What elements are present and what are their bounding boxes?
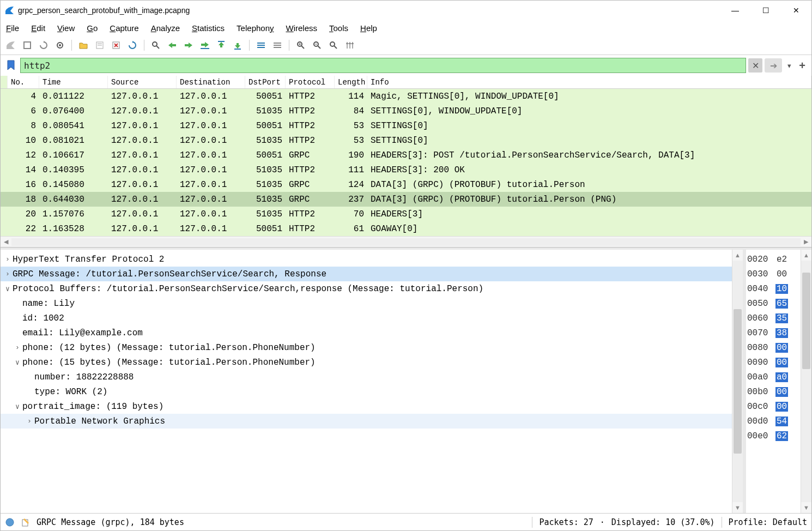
menu-help[interactable]: Help: [360, 23, 377, 33]
hex-row[interactable]: 00b000: [747, 384, 799, 399]
menu-analyze[interactable]: Analyze: [151, 23, 180, 33]
open-file-icon[interactable]: [76, 38, 90, 52]
col-header-destination[interactable]: Destination: [177, 76, 245, 88]
go-forward-icon[interactable]: [181, 38, 196, 52]
detail-row[interactable]: ›HyperText Transfer Protocol 2: [1, 252, 732, 267]
packet-row[interactable]: 60.076400127.0.0.1127.0.0.151035HTTP284S…: [1, 104, 811, 118]
auto-scroll-icon[interactable]: [254, 38, 268, 52]
hex-row[interactable]: 00c000: [747, 399, 799, 414]
col-header-no[interactable]: No.: [8, 76, 39, 88]
detail-row[interactable]: id: 1002: [1, 311, 732, 325]
detail-row[interactable]: name: Lily: [1, 296, 732, 311]
col-header-length[interactable]: Length: [335, 76, 367, 88]
tree-toggle-icon[interactable]: ∨: [3, 285, 13, 293]
detail-row[interactable]: ›Portable Network Graphics: [1, 414, 732, 429]
minimize-button[interactable]: ―: [720, 1, 750, 20]
detail-row[interactable]: ∨Protocol Buffers: /tutorial.PersonSearc…: [1, 281, 732, 296]
go-back-icon[interactable]: [165, 38, 179, 52]
menu-capture[interactable]: Capture: [110, 23, 138, 33]
resize-columns-icon[interactable]: [343, 38, 357, 52]
scroll-down-icon[interactable]: ▼: [801, 502, 811, 513]
detail-row[interactable]: email: Lily@example.com: [1, 325, 732, 340]
scroll-up-icon[interactable]: ▲: [732, 250, 743, 261]
capture-restart-icon[interactable]: [37, 38, 51, 52]
reload-icon[interactable]: [125, 38, 140, 52]
zoom-in-icon[interactable]: [294, 38, 308, 52]
maximize-button[interactable]: ☐: [750, 1, 781, 20]
edit-capture-icon[interactable]: [21, 517, 30, 527]
details-vscroll[interactable]: ▲ ▼: [732, 250, 743, 513]
hex-row[interactable]: 00e062: [747, 429, 799, 443]
hex-row[interactable]: 003000: [747, 267, 799, 281]
packet-details-body[interactable]: ›HyperText Transfer Protocol 2›GRPC Mess…: [1, 250, 732, 513]
tree-toggle-icon[interactable]: ›: [13, 343, 22, 352]
go-first-icon[interactable]: [214, 38, 228, 52]
hex-row[interactable]: 006035: [747, 311, 799, 325]
status-profile[interactable]: Profile: Default: [729, 517, 808, 527]
packet-row[interactable]: 120.106617127.0.0.1127.0.0.150051GRPC190…: [1, 148, 811, 162]
tree-toggle-icon[interactable]: ›: [3, 270, 13, 278]
packet-row[interactable]: 80.080541127.0.0.1127.0.0.150051HTTP253S…: [1, 118, 811, 133]
filter-apply-icon[interactable]: ➔: [765, 58, 782, 73]
hex-row[interactable]: 004010: [747, 281, 799, 296]
menu-go[interactable]: Go: [87, 23, 98, 33]
filter-history-icon[interactable]: ▾: [784, 62, 794, 70]
go-to-icon[interactable]: [198, 38, 212, 52]
expert-info-icon[interactable]: [5, 517, 15, 527]
col-header-info[interactable]: Info: [367, 76, 811, 88]
menu-statistics[interactable]: Statistics: [192, 23, 225, 33]
zoom-out-icon[interactable]: [310, 38, 324, 52]
bytes-vscroll[interactable]: ▲ ▼: [801, 250, 811, 513]
packet-bytes-body[interactable]: 0020e20030000040100050650060350070380080…: [746, 250, 801, 513]
go-last-icon[interactable]: [231, 38, 245, 52]
col-header-time[interactable]: Time: [39, 76, 108, 88]
menu-edit[interactable]: Edit: [31, 23, 45, 33]
menu-wireless[interactable]: Wireless: [286, 23, 318, 33]
capture-options-icon[interactable]: [53, 38, 67, 52]
zoom-reset-icon[interactable]: [326, 38, 341, 52]
close-file-icon[interactable]: [109, 38, 123, 52]
packet-list-body[interactable]: 40.011122127.0.0.1127.0.0.150051HTTP2114…: [1, 89, 811, 236]
close-button[interactable]: ✕: [781, 1, 811, 20]
packet-row[interactable]: 100.081021127.0.0.1127.0.0.151035HTTP253…: [1, 133, 811, 148]
hex-row[interactable]: 00d054: [747, 414, 799, 429]
tree-toggle-icon[interactable]: ∨: [13, 402, 22, 411]
capture-start-icon[interactable]: [4, 38, 18, 52]
tree-toggle-icon[interactable]: ∨: [13, 358, 22, 367]
capture-stop-icon[interactable]: [20, 38, 34, 52]
packet-row[interactable]: 140.140395127.0.0.1127.0.0.151035HTTP211…: [1, 162, 811, 177]
packet-row[interactable]: 221.163528127.0.0.1127.0.0.150051HTTP261…: [1, 221, 811, 236]
tree-toggle-icon[interactable]: ›: [25, 417, 34, 425]
filter-add-icon[interactable]: +: [796, 59, 808, 72]
filter-clear-icon[interactable]: ✕: [748, 58, 762, 73]
detail-row[interactable]: number: 18822228888: [1, 370, 732, 384]
display-filter-input[interactable]: [20, 58, 746, 73]
detail-row[interactable]: ∨phone: (15 bytes) (Message: tutorial.Pe…: [1, 355, 732, 370]
hex-row[interactable]: 00a0a0: [747, 370, 799, 384]
colorize-icon[interactable]: [270, 38, 284, 52]
packet-row[interactable]: 40.011122127.0.0.1127.0.0.150051HTTP2114…: [1, 89, 811, 104]
bookmark-icon[interactable]: [4, 58, 18, 73]
packet-row[interactable]: 160.145080127.0.0.1127.0.0.151035GRPC124…: [1, 177, 811, 192]
packet-list-hscroll[interactable]: ◀ ▶: [1, 236, 811, 247]
scroll-left-icon[interactable]: ◀: [1, 238, 11, 245]
hex-row[interactable]: 005065: [747, 296, 799, 311]
col-header-protocol[interactable]: Protocol: [286, 76, 335, 88]
save-file-icon[interactable]: [93, 38, 107, 52]
scroll-down-icon[interactable]: ▼: [732, 502, 743, 513]
col-header-dstport[interactable]: DstPort: [245, 76, 286, 88]
packet-row[interactable]: 201.157076127.0.0.1127.0.0.151035HTTP270…: [1, 207, 811, 221]
detail-row[interactable]: type: WORK (2): [1, 384, 732, 399]
col-header-source[interactable]: Source: [108, 76, 177, 88]
hex-row[interactable]: 008000: [747, 340, 799, 355]
tree-toggle-icon[interactable]: ›: [3, 255, 13, 263]
menu-telephony[interactable]: Telephony: [237, 23, 274, 33]
hex-row[interactable]: 007038: [747, 325, 799, 340]
detail-row[interactable]: ›GRPC Message: /tutorial.PersonSearchSer…: [1, 267, 732, 281]
packet-list-header[interactable]: No. Time Source Destination DstPort Prot…: [1, 76, 811, 89]
scroll-right-icon[interactable]: ▶: [801, 238, 811, 245]
hex-row[interactable]: 0020e2: [747, 252, 799, 267]
menu-file[interactable]: File: [6, 23, 19, 33]
detail-row[interactable]: ∨portrait_image: (119 bytes): [1, 399, 732, 414]
detail-row[interactable]: ›phone: (12 bytes) (Message: tutorial.Pe…: [1, 340, 732, 355]
